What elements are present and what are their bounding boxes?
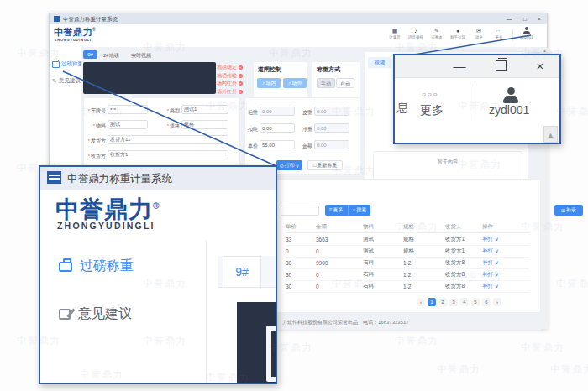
reprint-action-link[interactable]: 补打∨ [482,248,524,255]
status-infrared-outer: 场外红外 × [217,88,254,96]
minimize-button[interactable]: — [449,57,470,76]
voice-broadcast-button[interactable]: ♪ 语音播报 [408,27,423,39]
material-input[interactable] [108,120,148,129]
table-row[interactable]: 30 0 石料 1-2 收货方8 补打∨ [286,268,529,281]
minimize-button[interactable]: — [503,14,515,23]
user-menu[interactable]: zydl001 [520,27,533,39]
scroll-up-icon[interactable]: ▲ [543,126,558,143]
status-label: 地磅传输 [217,72,237,80]
page-button-6[interactable]: 6 [482,298,491,306]
supplement-record-button[interactable]: ⊞补录 [554,205,583,216]
gate-open-outer-button[interactable]: ∧场外 [283,78,307,88]
table-header-row: 单价 金额 物料 规格 收货人 操作 [286,222,529,233]
close-button[interactable]: × [533,14,545,23]
search-icon: ○ [353,205,356,216]
user-avatar-icon [502,87,519,103]
cell-receiver: 收货方1 [445,236,482,243]
scale-status-list: 地磅稳定 × 地磅传输 × 场内红外 × 场外红外 × [217,64,254,96]
page-button-2[interactable]: 2 [438,298,447,306]
more-button[interactable]: 更多 [420,103,444,118]
table-row[interactable]: 0 0 测试 规格 收货方1 补打∨ [286,245,529,258]
table-row[interactable]: 30 9990 石料 1-2 收货方8 补打∨ [286,257,529,269]
tab-video[interactable]: 视频 [368,57,391,68]
price-input[interactable] [260,140,295,149]
gate-outer-label: 场外 [292,81,302,86]
page-button-3[interactable]: 3 [449,298,458,306]
message-button[interactable]: ✉ 消息 [472,27,486,39]
cell-material: 石料 [363,259,403,267]
cell-material: 测试 [363,248,403,255]
search-label: 搜索 [356,205,366,216]
more-icon: ⋯ [496,27,502,34]
maximize-button[interactable] [496,60,507,71]
table-search-input[interactable] [281,206,319,216]
page-button-1[interactable]: 1 [428,298,436,306]
supplement-icon: ⊞ [561,207,565,213]
page-prev-button[interactable]: ‹ [417,298,425,306]
tab-live-video[interactable]: 实时视频 [131,52,151,60]
window-titlebar: 中誉鼎力称重计量系统 — □ × [50,13,547,25]
chevron-down-icon: ∨ [495,259,499,267]
chevron-down-icon: ∨ [495,248,499,255]
table-more-button[interactable]: ≡更多 [325,205,349,216]
page-next-button[interactable]: › [493,298,501,306]
toolbar-actions: ▦ 计算器 ♪ 语音播报 ✎ 记事本 ● 新手引导 ✉ 消息 [388,27,533,44]
sidebar-item-feedback[interactable]: 意见建议 [59,305,132,323]
toolbar-item-label: 计算器 [389,35,401,39]
guide-button[interactable]: ● 新手引导 [450,27,465,39]
reprint-label: 补打 [482,259,493,267]
maximize-button[interactable]: □ [519,14,531,23]
mode-manual-option[interactable]: 手动 [317,78,335,88]
table-row[interactable]: 33 3663 测试 规格 收货方1 补打∨ [286,233,529,246]
toolbar-item-label: 更多 [496,35,503,39]
type-input[interactable] [181,105,228,114]
notepad-button[interactable]: ✎ 记事本 [430,27,444,39]
gate-open-inner-button[interactable]: ∧场内 [257,78,281,88]
sender-input[interactable] [108,135,228,144]
deduct-input[interactable] [260,123,295,133]
cell-receiver: 收货方8 [445,259,482,267]
more-icon: ○○○ [422,91,439,98]
tab-scale-9[interactable]: 9# [223,256,261,287]
type-label: 类型 [165,107,180,115]
plate-input[interactable] [108,105,148,114]
tab-scale-2[interactable]: 2#地磅 [103,52,119,60]
reweigh-label: 重新称重 [317,162,337,169]
page-button-5[interactable]: 5 [471,298,480,306]
tab-scale-9[interactable]: 9# [83,50,97,59]
sender-label: 发货方 [86,138,106,145]
user-menu[interactable]: zydl001 [489,103,529,117]
spec-input[interactable] [181,120,228,129]
sidebar-item-weighing[interactable]: 过磅称重 [52,60,83,68]
cell-spec: 1-2 [403,272,445,278]
watermark-text: 中誉鼎力 [437,362,480,377]
cell-spec: 1-2 [403,260,445,266]
callout-divider [475,86,475,121]
more-button[interactable]: ⋯ 更多 [492,27,506,39]
cell-material: 测试 [363,236,403,243]
receiver-input[interactable] [108,150,228,159]
table-search-button[interactable]: ○搜索 [349,205,371,216]
cell-receiver: 收货方8 [445,283,482,290]
mode-auto-option[interactable]: 自动 [336,78,354,88]
cell-material: 石料 [363,283,403,290]
brand-subtitle: ZHONGYUDINGLI [55,38,92,42]
print-button[interactable]: ⊙打印∨ [276,160,302,170]
reprint-action-link[interactable]: 补打∨ [482,259,524,267]
page-button-4[interactable]: 4 [460,298,469,306]
calculator-button[interactable]: ▦ 计算器 [388,27,402,39]
supplement-label: 补录 [566,206,576,214]
reprint-action-link[interactable]: 补打∨ [482,283,524,290]
reprint-action-link[interactable]: 补打∨ [482,271,524,279]
col-price: 单价 [286,223,316,231]
close-button[interactable]: × [529,57,551,76]
sidebar-item-feedback[interactable]: ✎ 意见建议 [52,77,81,85]
col-spec: 规格 [403,223,445,231]
sidebar-item-weighing[interactable]: 过磅称重 [59,258,134,275]
table-row[interactable]: 30 0 石料 1-2 收货方8 补打∨ [286,280,529,293]
reprint-action-link[interactable]: 补打∨ [482,236,524,243]
cell-amount: 0 [316,272,363,278]
reweigh-button[interactable]: □重新称重 [307,160,343,170]
cell-spec: 规格 [403,248,445,255]
brand-name: 中誉鼎力 [55,196,153,222]
